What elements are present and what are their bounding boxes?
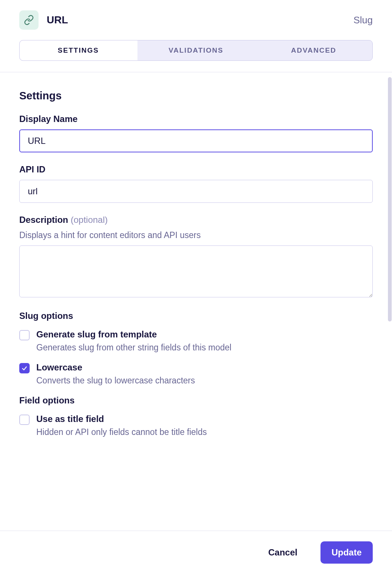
option-generate-from-template: Generate slug from template Generates sl… bbox=[19, 329, 373, 353]
label-lowercase: Lowercase bbox=[36, 362, 195, 373]
label-generate-from-template: Generate slug from template bbox=[36, 329, 232, 340]
hint-use-as-title: Hidden or API only fields cannot be titl… bbox=[36, 427, 207, 437]
hint-description: Displays a hint for content editors and … bbox=[19, 230, 373, 240]
option-use-as-title: Use as title field Hidden or API only fi… bbox=[19, 414, 373, 437]
link-icon bbox=[19, 10, 39, 30]
scroll-area: Settings Display Name API ID Description… bbox=[0, 77, 392, 521]
label-description-optional: (optional) bbox=[71, 215, 108, 225]
subtitle-slug-options: Slug options bbox=[19, 311, 373, 321]
checkbox-lowercase[interactable] bbox=[19, 363, 30, 373]
group-api-id: API ID bbox=[19, 164, 373, 203]
section-title-settings: Settings bbox=[19, 90, 373, 102]
input-display-name[interactable] bbox=[19, 129, 373, 152]
option-body: Lowercase Converts the slug to lowercase… bbox=[36, 362, 195, 386]
update-button[interactable]: Update bbox=[320, 541, 373, 564]
label-display-name: Display Name bbox=[19, 114, 373, 124]
tab-validations[interactable]: Validations bbox=[137, 40, 255, 60]
divider bbox=[0, 72, 392, 72]
label-api-id: API ID bbox=[19, 164, 373, 175]
dialog-footer: Cancel Update bbox=[0, 531, 392, 574]
group-display-name: Display Name bbox=[19, 114, 373, 152]
hint-lowercase: Converts the slug to lowercase character… bbox=[36, 376, 195, 386]
option-lowercase: Lowercase Converts the slug to lowercase… bbox=[19, 362, 373, 386]
label-description-text: Description bbox=[19, 215, 68, 225]
input-api-id[interactable] bbox=[19, 180, 373, 203]
field-title: URL bbox=[47, 14, 68, 26]
scrollbar-thumb[interactable] bbox=[388, 77, 392, 321]
checkbox-use-as-title[interactable] bbox=[19, 415, 30, 425]
textarea-description[interactable] bbox=[19, 245, 373, 297]
hint-generate-from-template: Generates slug from other string fields … bbox=[36, 343, 232, 353]
option-body: Generate slug from template Generates sl… bbox=[36, 329, 232, 353]
cancel-button[interactable]: Cancel bbox=[257, 541, 309, 564]
label-use-as-title: Use as title field bbox=[36, 414, 207, 424]
label-description: Description (optional) bbox=[19, 215, 373, 225]
tab-settings[interactable]: Settings bbox=[20, 40, 137, 60]
checkbox-generate-from-template[interactable] bbox=[19, 330, 30, 340]
dialog-header: URL Slug bbox=[0, 0, 392, 30]
header-left: URL bbox=[19, 10, 68, 30]
subtitle-field-options: Field options bbox=[19, 395, 373, 406]
settings-panel: Settings Display Name API ID Description… bbox=[0, 77, 392, 462]
group-description: Description (optional) Displays a hint f… bbox=[19, 215, 373, 299]
option-body: Use as title field Hidden or API only fi… bbox=[36, 414, 207, 437]
field-type-label: Slug bbox=[353, 14, 373, 26]
tab-advanced[interactable]: Advanced bbox=[255, 40, 372, 60]
tab-bar: Settings Validations Advanced bbox=[19, 40, 373, 61]
